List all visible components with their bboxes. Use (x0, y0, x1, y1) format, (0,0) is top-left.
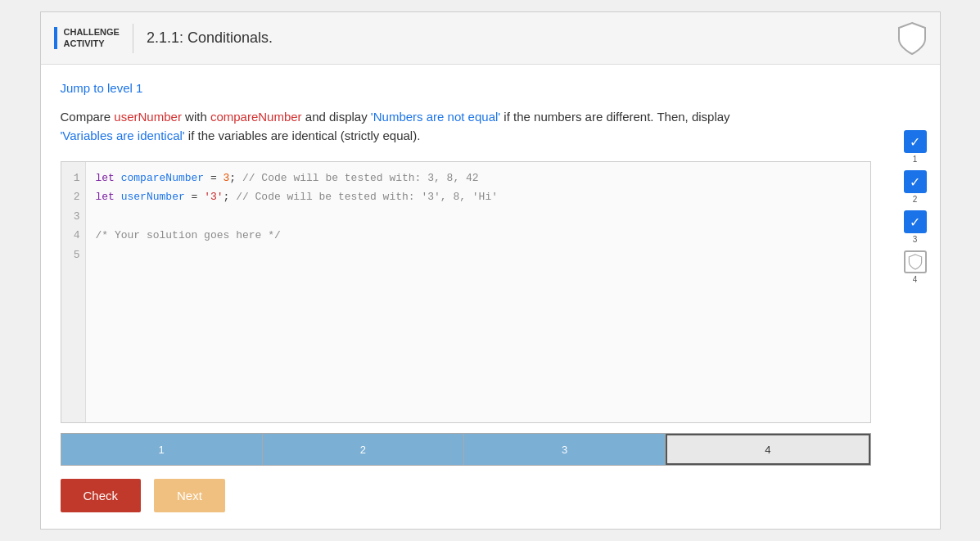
progress-segment-1[interactable]: 1 (61, 434, 263, 465)
challenge-label: CHALLENGE ACTIVITY (54, 27, 120, 48)
level-badge-1[interactable]: ✓ 1 (904, 130, 927, 164)
header-title: 2.1.1: Conditionals. (147, 29, 897, 47)
challenge-line1: CHALLENGE (64, 27, 120, 38)
level-check-4[interactable] (904, 250, 927, 273)
level-number-1: 1 (913, 155, 918, 164)
line-num-5: 5 (66, 246, 80, 264)
level-check-3[interactable]: ✓ (904, 210, 927, 233)
comment-1: // Code will be tested with: 3, 8, 42 (242, 172, 479, 184)
progress-segment-3[interactable]: 3 (464, 434, 666, 465)
header-divider (133, 24, 133, 53)
level-number-2: 2 (913, 195, 918, 204)
line-num-1: 1 (66, 169, 80, 187)
level-badge-3[interactable]: ✓ 3 (904, 210, 927, 244)
level-number-3: 3 (913, 235, 918, 244)
level-navigation: ✓ 1 ✓ 2 ✓ 3 4 (904, 130, 927, 287)
val-string-3: '3' (204, 191, 223, 203)
var-userNumber: userNumber (121, 191, 185, 203)
header: CHALLENGE ACTIVITY 2.1.1: Conditionals. (41, 12, 940, 65)
var-compareNumber: compareNumber (121, 172, 204, 184)
progress-bar: 1 2 3 4 (61, 433, 871, 466)
instructions: Compare userNumber with compareNumber an… (61, 108, 847, 145)
identical-string: 'Variables are identical' (61, 128, 185, 142)
content-area: ✓ 1 ✓ 2 ✓ 3 4 Jump to level 1 (41, 65, 940, 529)
level-badge-4[interactable]: 4 (904, 250, 927, 284)
val-3: 3 (224, 172, 230, 184)
level-check-1[interactable]: ✓ (904, 130, 927, 153)
line-numbers: 1 2 3 4 5 (61, 162, 86, 422)
action-buttons: Check Next (61, 479, 920, 512)
line-num-4: 4 (66, 226, 80, 245)
level-check-2[interactable]: ✓ (904, 170, 927, 193)
code-content[interactable]: let compareNumber = 3; // Code will be t… (86, 162, 870, 422)
shield-icon (897, 21, 927, 56)
code-editor[interactable]: 1 2 3 4 5 let compareNumber = 3; // Code… (61, 161, 871, 423)
not-equal-string: 'Numbers are not equal' (371, 110, 500, 124)
compareNumber-highlight: compareNumber (210, 110, 302, 124)
next-button[interactable]: Next (154, 479, 225, 512)
keyword-let-1: let (96, 172, 115, 184)
line-num-3: 3 (66, 207, 80, 226)
segment-label-2: 2 (360, 444, 366, 456)
jump-to-level-link[interactable]: Jump to level 1 (61, 81, 143, 95)
check-button[interactable]: Check (61, 479, 142, 512)
comment-solution: /* Your solution goes here */ (96, 229, 281, 241)
segment-label-1: 1 (159, 444, 165, 456)
main-container: CHALLENGE ACTIVITY 2.1.1: Conditionals. … (40, 11, 941, 530)
userNumber-highlight: userNumber (114, 110, 182, 124)
line-num-2: 2 (66, 187, 80, 206)
progress-segment-4[interactable]: 4 (666, 434, 869, 465)
keyword-let-2: let (96, 191, 115, 203)
level-badge-2[interactable]: ✓ 2 (904, 170, 927, 204)
segment-label-4: 4 (765, 444, 770, 456)
segment-label-3: 3 (562, 444, 567, 456)
level-number-4: 4 (913, 275, 918, 284)
comment-2: // Code will be tested with: '3', 8, 'Hi… (236, 191, 498, 203)
challenge-line2: ACTIVITY (64, 38, 120, 49)
progress-segment-2[interactable]: 2 (263, 434, 464, 465)
